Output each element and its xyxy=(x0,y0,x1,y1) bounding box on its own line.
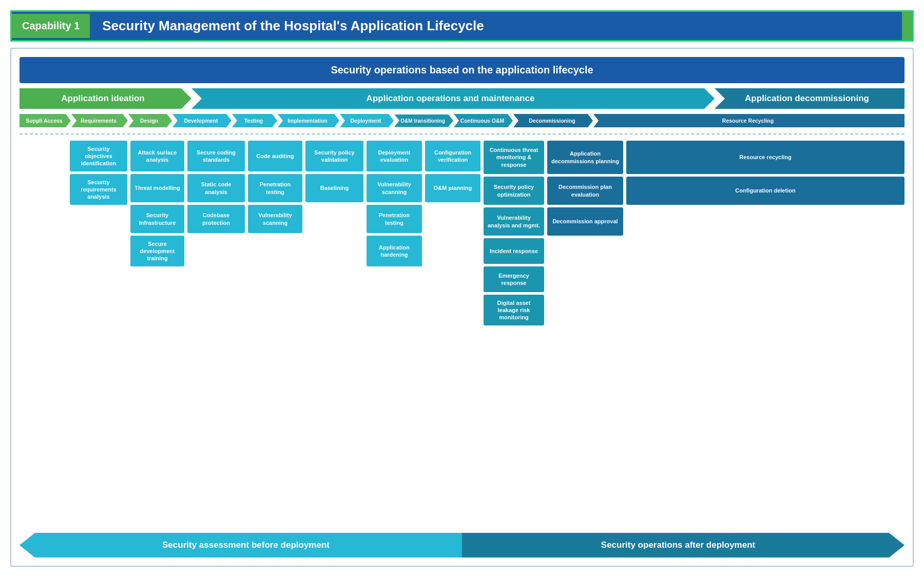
stage-deployment: Deployment xyxy=(340,114,394,127)
stages-row: Suppli Access Requirements Design Develo… xyxy=(20,114,904,127)
item-vuln-analysis: Vulnerability analysis and mgmt. xyxy=(484,207,544,236)
items-section: Security objectives identification Secur… xyxy=(20,141,904,525)
bottom-section: Security assessment before deployment Se… xyxy=(20,533,904,557)
item-security-objectives: Security objectives identification xyxy=(70,141,127,171)
item-security-requirements: Security requirements analysis xyxy=(70,174,127,205)
dashed-divider xyxy=(20,133,904,134)
header-title: Security Management of the Hospital's Ap… xyxy=(90,12,496,40)
stage-design: Design xyxy=(128,114,172,127)
phases-row: Application ideation Application operati… xyxy=(20,88,904,109)
item-cont-threat-monitoring: Continuous threat monitoring & response xyxy=(484,141,544,174)
col-testing: Code auditing Penetration testing Vulner… xyxy=(248,141,302,525)
stage-continuous-om: Continuous O&M xyxy=(454,114,513,127)
item-decommission-approval: Decommission approval xyxy=(547,207,623,236)
stage-omt: O&M transitioning xyxy=(394,114,453,127)
bottom-left-arrow: Security assessment before deployment xyxy=(20,533,462,557)
stage-decommissioning: Decommissioning xyxy=(513,114,593,127)
col-resource-recycling: Resource recycling Configuration deletio… xyxy=(626,141,904,525)
col-omt: Configuration verification O&M planning xyxy=(425,141,480,525)
item-attack-surface: Attack surface analysis xyxy=(130,141,184,171)
item-digital-asset: Digital asset leakage risk monitoring xyxy=(484,295,544,325)
item-baselining: Baselining xyxy=(305,174,363,202)
col-requirements: Security objectives identification Secur… xyxy=(70,141,127,525)
stage-testing: Testing xyxy=(232,114,277,127)
main-content-box: Security operations based on the applica… xyxy=(10,48,914,567)
col-decommissioning: Application decommissions planning Decom… xyxy=(547,141,623,525)
phase-ideation: Application ideation xyxy=(20,88,191,109)
item-sec-policy-opt: Security policy optimization xyxy=(484,177,544,205)
header-corner-decoration xyxy=(902,12,912,40)
item-static-code: Static code analysis xyxy=(187,174,245,202)
item-decommission-plan-eval: Decommission plan evaluation xyxy=(547,177,623,205)
item-threat-modelling: Threat modelling xyxy=(130,174,184,202)
item-om-planning: O&M planning xyxy=(425,174,480,202)
col-design: Attack surface analysis Threat modelling… xyxy=(130,141,184,525)
item-penetration-testing-test: Penetration testing xyxy=(248,174,302,202)
header-bar: Capability 1 Security Management of the … xyxy=(10,10,914,42)
stage-development: Development xyxy=(172,114,232,127)
bottom-right-arrow: Security operations after deployment xyxy=(462,533,904,557)
item-security-policy-val: Security policy validation xyxy=(305,141,363,171)
stage-requirements: Requirements xyxy=(71,114,128,127)
col-deployment: Deployment evaluation Vulnerability scan… xyxy=(367,141,422,525)
item-config-deletion: Configuration deletion xyxy=(626,177,904,205)
item-vuln-scanning-deploy: Vulnerability scanning xyxy=(367,174,422,202)
item-resource-recycling: Resource recycling xyxy=(626,141,904,174)
top-banner: Security operations based on the applica… xyxy=(20,57,904,83)
item-incident-response: Incident response xyxy=(484,238,544,264)
item-app-hardening: Application hardening xyxy=(367,236,422,266)
item-secure-coding: Secure coding standards xyxy=(187,141,245,171)
page-container: Capability 1 Security Management of the … xyxy=(0,0,924,577)
item-config-verification: Configuration verification xyxy=(425,141,480,171)
col-continuous-om: Continuous threat monitoring & response … xyxy=(484,141,544,525)
phase-decommissioning: Application decommissioning xyxy=(715,88,904,109)
col-suppli xyxy=(20,141,67,525)
item-security-infrastructure: Security Infrastructure xyxy=(130,205,184,233)
capability-badge: Capability 1 xyxy=(12,14,90,38)
stage-implementation: Implementation xyxy=(278,114,339,127)
col-development: Secure coding standards Static code anal… xyxy=(187,141,245,525)
col-implementation: Security policy validation Baselining xyxy=(305,141,363,525)
stage-suppli: Suppli Access xyxy=(20,114,71,127)
item-pen-testing-deploy: Penetration testing xyxy=(367,205,422,233)
item-codebase-protection: Codebase protection xyxy=(187,205,245,233)
item-code-auditing: Code auditing xyxy=(248,141,302,171)
item-secure-dev-training: Secure development training xyxy=(130,236,184,266)
item-app-decommission-plan: Application decommissions planning xyxy=(547,141,623,174)
item-vuln-scanning-test: Vulnerability scanning xyxy=(248,205,302,233)
item-deployment-eval: Deployment evaluation xyxy=(367,141,422,171)
stage-recycling: Resource Recycling xyxy=(593,114,904,127)
phase-operations: Application operations and maintenance xyxy=(191,88,715,109)
item-emergency-response: Emergency response xyxy=(484,266,544,292)
